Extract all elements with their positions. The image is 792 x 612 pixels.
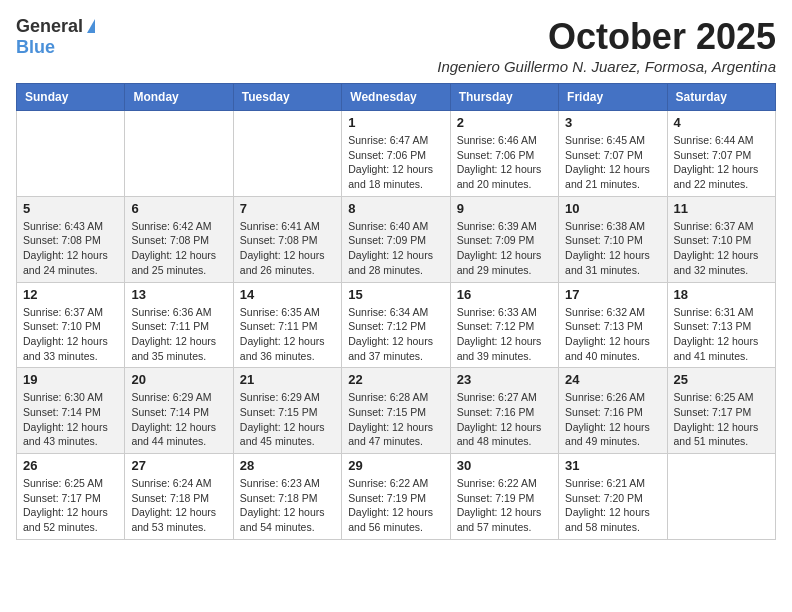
day-number: 28 <box>240 458 335 473</box>
day-number: 6 <box>131 201 226 216</box>
day-number: 2 <box>457 115 552 130</box>
calendar-header-wednesday: Wednesday <box>342 84 450 111</box>
calendar-cell: 14Sunrise: 6:35 AMSunset: 7:11 PMDayligh… <box>233 282 341 368</box>
calendar-cell: 23Sunrise: 6:27 AMSunset: 7:16 PMDayligh… <box>450 368 558 454</box>
day-info: Sunrise: 6:27 AMSunset: 7:16 PMDaylight:… <box>457 390 552 449</box>
calendar-cell: 2Sunrise: 6:46 AMSunset: 7:06 PMDaylight… <box>450 111 558 197</box>
day-number: 10 <box>565 201 660 216</box>
day-number: 8 <box>348 201 443 216</box>
day-info: Sunrise: 6:25 AMSunset: 7:17 PMDaylight:… <box>23 476 118 535</box>
day-number: 25 <box>674 372 769 387</box>
calendar-cell: 19Sunrise: 6:30 AMSunset: 7:14 PMDayligh… <box>17 368 125 454</box>
day-info: Sunrise: 6:47 AMSunset: 7:06 PMDaylight:… <box>348 133 443 192</box>
calendar-table: SundayMondayTuesdayWednesdayThursdayFrid… <box>16 83 776 540</box>
title-section: October 2025 Ingeniero Guillermo N. Juar… <box>437 16 776 75</box>
calendar-header-tuesday: Tuesday <box>233 84 341 111</box>
calendar-cell: 3Sunrise: 6:45 AMSunset: 7:07 PMDaylight… <box>559 111 667 197</box>
calendar-header-friday: Friday <box>559 84 667 111</box>
day-number: 12 <box>23 287 118 302</box>
day-info: Sunrise: 6:30 AMSunset: 7:14 PMDaylight:… <box>23 390 118 449</box>
calendar-header-saturday: Saturday <box>667 84 775 111</box>
day-number: 23 <box>457 372 552 387</box>
day-info: Sunrise: 6:37 AMSunset: 7:10 PMDaylight:… <box>674 219 769 278</box>
day-info: Sunrise: 6:23 AMSunset: 7:18 PMDaylight:… <box>240 476 335 535</box>
calendar-cell: 9Sunrise: 6:39 AMSunset: 7:09 PMDaylight… <box>450 196 558 282</box>
day-number: 17 <box>565 287 660 302</box>
day-info: Sunrise: 6:33 AMSunset: 7:12 PMDaylight:… <box>457 305 552 364</box>
day-info: Sunrise: 6:42 AMSunset: 7:08 PMDaylight:… <box>131 219 226 278</box>
day-info: Sunrise: 6:32 AMSunset: 7:13 PMDaylight:… <box>565 305 660 364</box>
day-info: Sunrise: 6:22 AMSunset: 7:19 PMDaylight:… <box>348 476 443 535</box>
day-number: 4 <box>674 115 769 130</box>
page-header: General Blue October 2025 Ingeniero Guil… <box>16 16 776 75</box>
calendar-cell: 6Sunrise: 6:42 AMSunset: 7:08 PMDaylight… <box>125 196 233 282</box>
calendar-cell: 17Sunrise: 6:32 AMSunset: 7:13 PMDayligh… <box>559 282 667 368</box>
calendar-cell: 4Sunrise: 6:44 AMSunset: 7:07 PMDaylight… <box>667 111 775 197</box>
logo-blue-text: Blue <box>16 37 55 58</box>
day-info: Sunrise: 6:46 AMSunset: 7:06 PMDaylight:… <box>457 133 552 192</box>
calendar-week-row: 1Sunrise: 6:47 AMSunset: 7:06 PMDaylight… <box>17 111 776 197</box>
calendar-cell: 24Sunrise: 6:26 AMSunset: 7:16 PMDayligh… <box>559 368 667 454</box>
calendar-cell: 25Sunrise: 6:25 AMSunset: 7:17 PMDayligh… <box>667 368 775 454</box>
day-info: Sunrise: 6:44 AMSunset: 7:07 PMDaylight:… <box>674 133 769 192</box>
calendar-cell: 28Sunrise: 6:23 AMSunset: 7:18 PMDayligh… <box>233 454 341 540</box>
calendar-week-row: 19Sunrise: 6:30 AMSunset: 7:14 PMDayligh… <box>17 368 776 454</box>
day-info: Sunrise: 6:36 AMSunset: 7:11 PMDaylight:… <box>131 305 226 364</box>
day-number: 19 <box>23 372 118 387</box>
day-info: Sunrise: 6:24 AMSunset: 7:18 PMDaylight:… <box>131 476 226 535</box>
calendar-cell: 21Sunrise: 6:29 AMSunset: 7:15 PMDayligh… <box>233 368 341 454</box>
calendar-header-row: SundayMondayTuesdayWednesdayThursdayFrid… <box>17 84 776 111</box>
day-number: 24 <box>565 372 660 387</box>
calendar-header-monday: Monday <box>125 84 233 111</box>
calendar-cell <box>667 454 775 540</box>
calendar-week-row: 26Sunrise: 6:25 AMSunset: 7:17 PMDayligh… <box>17 454 776 540</box>
day-info: Sunrise: 6:25 AMSunset: 7:17 PMDaylight:… <box>674 390 769 449</box>
day-info: Sunrise: 6:43 AMSunset: 7:08 PMDaylight:… <box>23 219 118 278</box>
day-number: 26 <box>23 458 118 473</box>
day-number: 21 <box>240 372 335 387</box>
day-number: 5 <box>23 201 118 216</box>
calendar-cell: 11Sunrise: 6:37 AMSunset: 7:10 PMDayligh… <box>667 196 775 282</box>
day-number: 31 <box>565 458 660 473</box>
day-info: Sunrise: 6:45 AMSunset: 7:07 PMDaylight:… <box>565 133 660 192</box>
calendar-cell: 16Sunrise: 6:33 AMSunset: 7:12 PMDayligh… <box>450 282 558 368</box>
day-info: Sunrise: 6:34 AMSunset: 7:12 PMDaylight:… <box>348 305 443 364</box>
calendar-cell: 20Sunrise: 6:29 AMSunset: 7:14 PMDayligh… <box>125 368 233 454</box>
calendar-cell: 27Sunrise: 6:24 AMSunset: 7:18 PMDayligh… <box>125 454 233 540</box>
day-info: Sunrise: 6:28 AMSunset: 7:15 PMDaylight:… <box>348 390 443 449</box>
calendar-cell: 29Sunrise: 6:22 AMSunset: 7:19 PMDayligh… <box>342 454 450 540</box>
day-info: Sunrise: 6:37 AMSunset: 7:10 PMDaylight:… <box>23 305 118 364</box>
day-number: 1 <box>348 115 443 130</box>
logo-triangle-icon <box>87 19 95 33</box>
calendar-week-row: 12Sunrise: 6:37 AMSunset: 7:10 PMDayligh… <box>17 282 776 368</box>
logo: General Blue <box>16 16 95 58</box>
day-info: Sunrise: 6:26 AMSunset: 7:16 PMDaylight:… <box>565 390 660 449</box>
day-number: 27 <box>131 458 226 473</box>
calendar-cell: 18Sunrise: 6:31 AMSunset: 7:13 PMDayligh… <box>667 282 775 368</box>
day-info: Sunrise: 6:40 AMSunset: 7:09 PMDaylight:… <box>348 219 443 278</box>
location-text: Ingeniero Guillermo N. Juarez, Formosa, … <box>437 58 776 75</box>
calendar-header-thursday: Thursday <box>450 84 558 111</box>
calendar-cell: 31Sunrise: 6:21 AMSunset: 7:20 PMDayligh… <box>559 454 667 540</box>
day-info: Sunrise: 6:31 AMSunset: 7:13 PMDaylight:… <box>674 305 769 364</box>
day-number: 9 <box>457 201 552 216</box>
day-info: Sunrise: 6:38 AMSunset: 7:10 PMDaylight:… <box>565 219 660 278</box>
day-info: Sunrise: 6:39 AMSunset: 7:09 PMDaylight:… <box>457 219 552 278</box>
day-number: 16 <box>457 287 552 302</box>
logo-general-text: General <box>16 16 83 37</box>
calendar-cell <box>125 111 233 197</box>
day-info: Sunrise: 6:35 AMSunset: 7:11 PMDaylight:… <box>240 305 335 364</box>
day-info: Sunrise: 6:29 AMSunset: 7:14 PMDaylight:… <box>131 390 226 449</box>
calendar-cell: 13Sunrise: 6:36 AMSunset: 7:11 PMDayligh… <box>125 282 233 368</box>
calendar-cell: 15Sunrise: 6:34 AMSunset: 7:12 PMDayligh… <box>342 282 450 368</box>
calendar-cell: 8Sunrise: 6:40 AMSunset: 7:09 PMDaylight… <box>342 196 450 282</box>
day-info: Sunrise: 6:21 AMSunset: 7:20 PMDaylight:… <box>565 476 660 535</box>
calendar-cell: 12Sunrise: 6:37 AMSunset: 7:10 PMDayligh… <box>17 282 125 368</box>
day-number: 14 <box>240 287 335 302</box>
day-number: 20 <box>131 372 226 387</box>
day-number: 7 <box>240 201 335 216</box>
day-number: 30 <box>457 458 552 473</box>
calendar-cell: 30Sunrise: 6:22 AMSunset: 7:19 PMDayligh… <box>450 454 558 540</box>
calendar-cell: 22Sunrise: 6:28 AMSunset: 7:15 PMDayligh… <box>342 368 450 454</box>
calendar-cell <box>233 111 341 197</box>
